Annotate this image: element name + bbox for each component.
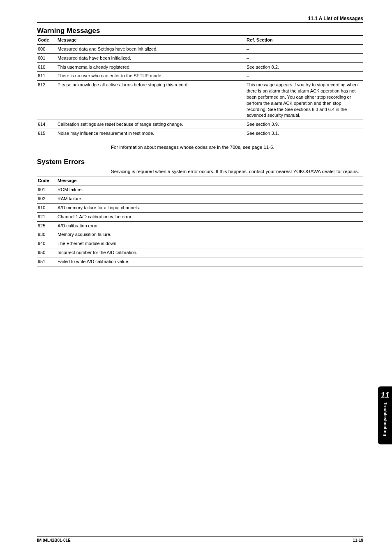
table-header-row: Code Message — [37, 176, 363, 185]
cell-message: Measured data have been initialized. — [57, 53, 246, 62]
cell-ref: See section 8.2. — [246, 62, 363, 72]
cell-message: Noise may influence measurement in test … — [57, 129, 246, 138]
cell-code: 951 — [37, 257, 57, 266]
cell-ref: – — [246, 53, 363, 62]
table-row: 921 Channel 1 A/D calibration value erro… — [37, 212, 363, 221]
table-row: 902 RAM failure. — [37, 194, 363, 204]
cell-code: 615 — [37, 129, 57, 138]
cell-message: Calibration settings are reset because o… — [57, 120, 246, 129]
cell-code: 612 — [37, 81, 57, 120]
page-section-header: 11.1 A List of Messages — [37, 16, 363, 23]
table-row: 901 ROM failure. — [37, 185, 363, 194]
cell-code: 925 — [37, 221, 57, 230]
col-header-message: Message — [57, 36, 246, 44]
table-row: 612 Please acknowledge all active alarms… — [37, 81, 363, 120]
table-row: 601 Measured data have been initialized.… — [37, 53, 363, 62]
cell-code: 930 — [37, 230, 57, 239]
cell-code: 600 — [37, 44, 57, 53]
cell-message: RAM failure. — [57, 194, 363, 204]
table-row: 930 Memory acquisition failure. — [37, 230, 363, 239]
warning-messages-table: Code Message Ref. Section 600 Measured d… — [37, 36, 363, 138]
cell-message: Channel 1 A/D calibration value error. — [57, 212, 363, 221]
cell-message: The Ethernet module is down. — [57, 239, 363, 248]
chapter-side-tab: 11 Troubleshooting — [378, 386, 392, 444]
col-header-ref: Ref. Section — [246, 36, 363, 44]
table-row: 940 The Ethernet module is down. — [37, 239, 363, 248]
table-row: 950 Incorrect number for the A/D calibra… — [37, 248, 363, 257]
cell-message: Memory acquisition failure. — [57, 230, 363, 239]
system-errors-table: Code Message 901 ROM failure. 902 RAM fa… — [37, 176, 363, 266]
chapter-number: 11 — [378, 391, 392, 400]
table-row: 925 A/D calibration error. — [37, 221, 363, 230]
cell-message: Please acknowledge all active alarms bef… — [57, 81, 246, 120]
system-errors-intro: Servicing is required when a system erro… — [111, 168, 363, 175]
cell-message: ROM failure. — [57, 185, 363, 194]
table-row: 951 Failed to write A/D calibration valu… — [37, 257, 363, 266]
warning-messages-title: Warning Messages — [37, 27, 363, 36]
cell-ref: – — [246, 44, 363, 53]
table-row: 600 Measured data and Settings have been… — [37, 44, 363, 53]
footer-doc-id: IM 04L42B01-01E — [37, 538, 71, 543]
cell-ref: See section 3.1. — [246, 129, 363, 138]
cell-code: 611 — [37, 72, 57, 81]
cell-ref: See section 3.9. — [246, 120, 363, 129]
cell-code: 910 — [37, 203, 57, 212]
col-header-code: Code — [37, 176, 57, 185]
table-row: 910 A/D memory failure for all input cha… — [37, 203, 363, 212]
cell-ref: This message appears if you try to stop … — [246, 81, 363, 120]
cell-code: 950 — [37, 248, 57, 257]
table-row: 615 Noise may influence measurement in t… — [37, 129, 363, 138]
cell-code: 901 — [37, 185, 57, 194]
warning-footnote: For information about messages whose cod… — [111, 144, 363, 150]
system-errors-title: System Errors — [37, 158, 363, 166]
cell-ref: – — [246, 72, 363, 81]
page-footer: IM 04L42B01-01E 11-19 — [37, 536, 363, 543]
col-header-message: Message — [57, 176, 363, 185]
footer-page-number: 11-19 — [353, 538, 363, 543]
chapter-label: Troubleshooting — [383, 402, 387, 436]
cell-code: 921 — [37, 212, 57, 221]
cell-message: Incorrect number for the A/D calibration… — [57, 248, 363, 257]
cell-message: There is no user who can enter to the SE… — [57, 72, 246, 81]
table-row: 614 Calibration settings are reset becau… — [37, 120, 363, 129]
table-row: 610 This usernema is already registered.… — [37, 62, 363, 72]
table-header-row: Code Message Ref. Section — [37, 36, 363, 44]
table-row: 611 There is no user who can enter to th… — [37, 72, 363, 81]
cell-message: A/D calibration error. — [57, 221, 363, 230]
cell-message: This usernema is already registered. — [57, 62, 246, 72]
cell-code: 614 — [37, 120, 57, 129]
cell-message: Measured data and Settings have been ini… — [57, 44, 246, 53]
cell-code: 902 — [37, 194, 57, 204]
cell-message: Failed to write A/D calibration value. — [57, 257, 363, 266]
cell-code: 610 — [37, 62, 57, 72]
cell-message: A/D memory failure for all input channel… — [57, 203, 363, 212]
col-header-code: Code — [37, 36, 57, 44]
cell-code: 940 — [37, 239, 57, 248]
cell-code: 601 — [37, 53, 57, 62]
